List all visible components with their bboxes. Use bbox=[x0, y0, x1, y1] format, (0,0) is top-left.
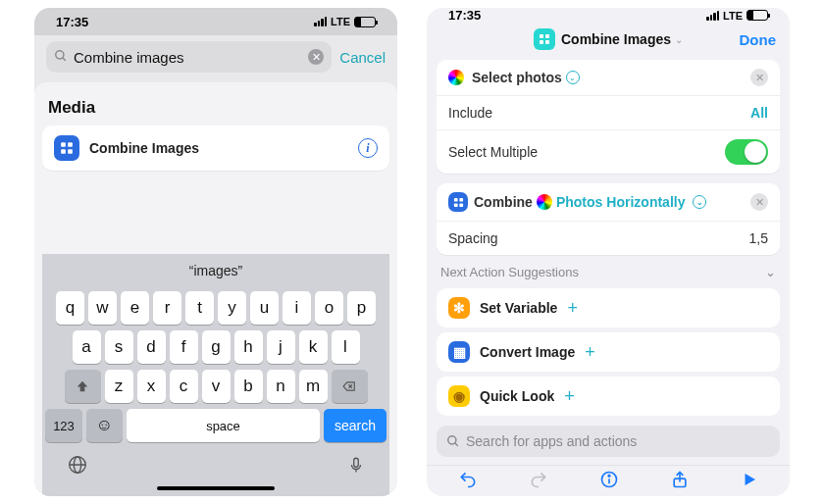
spacing-label: Spacing bbox=[448, 230, 749, 246]
key-n[interactable]: n bbox=[267, 370, 295, 403]
svg-point-21 bbox=[448, 436, 456, 444]
mic-icon[interactable] bbox=[347, 454, 365, 480]
svg-line-1 bbox=[63, 57, 66, 60]
key-c[interactable]: c bbox=[170, 370, 198, 403]
network-label: LTE bbox=[723, 10, 743, 22]
suggestion-set-variable[interactable]: ✻ Set Variable + bbox=[437, 288, 780, 328]
suggestion-label: Quick Look bbox=[480, 388, 554, 404]
key-i[interactable]: i bbox=[283, 291, 311, 325]
clear-icon[interactable]: ✕ bbox=[308, 49, 324, 65]
status-right: LTE bbox=[314, 16, 376, 27]
home-indicator[interactable] bbox=[157, 486, 275, 490]
globe-icon[interactable] bbox=[67, 454, 88, 480]
key-e[interactable]: e bbox=[121, 291, 149, 325]
suggestion-label: Set Variable bbox=[480, 300, 557, 316]
expand-icon[interactable]: ⌄ bbox=[693, 195, 706, 209]
key-r[interactable]: r bbox=[153, 291, 181, 325]
key-m[interactable]: m bbox=[299, 370, 328, 403]
key-y[interactable]: y bbox=[218, 291, 246, 325]
suggestion-convert-image[interactable]: ▦ Convert Image + bbox=[437, 332, 780, 372]
search-input[interactable] bbox=[74, 49, 302, 66]
keyboard-suggestion-bar[interactable]: “images” bbox=[42, 254, 389, 287]
action-head-row[interactable]: Combine Photos Horizontally ⌄ ✕ bbox=[437, 183, 780, 221]
keyboard-bottom bbox=[45, 448, 386, 484]
svg-rect-4 bbox=[61, 149, 66, 154]
key-z[interactable]: z bbox=[105, 370, 133, 403]
photos-var[interactable]: Photos bbox=[556, 194, 602, 210]
backspace-key[interactable] bbox=[332, 370, 368, 403]
shortcut-icon[interactable] bbox=[534, 28, 555, 50]
spacing-value[interactable]: 1,5 bbox=[749, 230, 768, 246]
key-v[interactable]: v bbox=[202, 370, 231, 403]
svg-rect-15 bbox=[540, 40, 543, 44]
suggestion-quick-look[interactable]: ◉ Quick Look + bbox=[437, 377, 780, 416]
add-icon[interactable]: + bbox=[564, 386, 575, 407]
key-x[interactable]: x bbox=[137, 370, 166, 403]
search-key[interactable]: search bbox=[324, 409, 386, 442]
search-box[interactable]: ✕ bbox=[46, 41, 332, 73]
key-l[interactable]: l bbox=[332, 330, 360, 364]
chevron-down-icon[interactable]: ⌄ bbox=[675, 34, 683, 45]
signal-icon bbox=[706, 11, 719, 21]
direction-param[interactable]: Horizontally bbox=[606, 194, 685, 210]
svg-rect-20 bbox=[459, 203, 463, 207]
key-a[interactable]: a bbox=[73, 330, 101, 364]
key-g[interactable]: g bbox=[202, 330, 231, 364]
shortcut-header: Combine Images ⌄ Done bbox=[427, 23, 790, 60]
numbers-key[interactable]: 123 bbox=[45, 409, 82, 442]
phone-right-editor: 17:35 LTE Combine Images ⌄ Done Select p… bbox=[427, 8, 790, 496]
suggestion-text[interactable]: “images” bbox=[189, 263, 242, 278]
action-head-row[interactable]: Select photos ⌄ ✕ bbox=[437, 60, 780, 95]
done-button[interactable]: Done bbox=[740, 31, 777, 48]
key-s[interactable]: s bbox=[105, 330, 133, 364]
remove-action-icon[interactable]: ✕ bbox=[750, 69, 768, 86]
key-row-3: z x c v b n m bbox=[45, 370, 386, 403]
cancel-button[interactable]: Cancel bbox=[339, 49, 386, 66]
info-icon[interactable] bbox=[599, 470, 619, 494]
key-w[interactable]: w bbox=[88, 291, 117, 325]
select-multiple-toggle[interactable] bbox=[725, 139, 768, 165]
include-row[interactable]: Include All bbox=[437, 95, 780, 129]
svg-point-0 bbox=[56, 50, 64, 58]
space-key[interactable]: space bbox=[127, 409, 320, 442]
combine-word: Combine bbox=[474, 194, 533, 210]
actions-search[interactable]: Search for apps and actions bbox=[437, 426, 780, 457]
key-f[interactable]: f bbox=[170, 330, 198, 364]
battery-icon bbox=[747, 10, 768, 21]
key-j[interactable]: j bbox=[267, 330, 295, 364]
emoji-key[interactable]: ☺ bbox=[86, 409, 123, 442]
add-icon[interactable]: + bbox=[567, 298, 578, 319]
eye-icon: ◉ bbox=[448, 385, 470, 407]
status-bar: 17:35 LTE bbox=[34, 8, 397, 35]
include-value[interactable]: All bbox=[750, 105, 768, 121]
key-t[interactable]: t bbox=[185, 291, 214, 325]
search-icon bbox=[446, 434, 460, 448]
key-p[interactable]: p bbox=[347, 291, 376, 325]
remove-action-icon[interactable]: ✕ bbox=[750, 193, 768, 211]
key-u[interactable]: u bbox=[250, 291, 279, 325]
results-panel: Media Combine Images i “images” q w e r … bbox=[34, 82, 397, 496]
key-o[interactable]: o bbox=[315, 291, 343, 325]
bottom-area: Search for apps and actions bbox=[427, 416, 790, 496]
key-d[interactable]: d bbox=[137, 330, 166, 364]
svg-rect-2 bbox=[61, 142, 66, 147]
grid-icon bbox=[448, 192, 468, 212]
shortcut-title[interactable]: Combine Images bbox=[561, 31, 671, 47]
key-q[interactable]: q bbox=[56, 291, 84, 325]
share-icon[interactable] bbox=[670, 470, 690, 494]
shift-key[interactable] bbox=[65, 370, 101, 403]
key-k[interactable]: k bbox=[299, 330, 328, 364]
result-combine-images[interactable]: Combine Images i bbox=[42, 126, 389, 171]
info-icon[interactable]: i bbox=[358, 138, 378, 158]
key-b[interactable]: b bbox=[234, 370, 263, 403]
key-h[interactable]: h bbox=[234, 330, 263, 364]
play-icon[interactable] bbox=[741, 471, 758, 493]
undo-icon[interactable] bbox=[458, 470, 478, 494]
expand-icon[interactable]: ⌄ bbox=[566, 71, 580, 84]
key-row-1: q w e r t y u i o p bbox=[45, 291, 386, 325]
svg-rect-13 bbox=[540, 34, 543, 38]
spacing-row[interactable]: Spacing 1,5 bbox=[437, 221, 780, 255]
chevron-down-icon[interactable]: ⌄ bbox=[765, 265, 776, 279]
add-icon[interactable]: + bbox=[585, 342, 595, 363]
suggestions-header[interactable]: Next Action Suggestions ⌄ bbox=[427, 255, 790, 283]
